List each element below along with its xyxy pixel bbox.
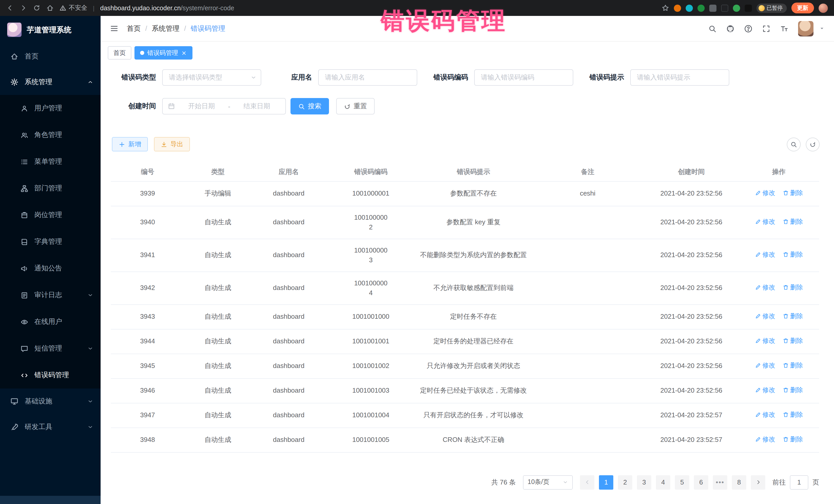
delete-link[interactable]: 删除 [783,410,803,420]
security-indicator[interactable]: 不安全 [60,4,87,12]
browser-back-icon[interactable] [6,4,14,12]
url-bar[interactable]: dashboard.yudao.iocoder.cn/system/error-… [100,4,234,12]
delete-link[interactable]: 删除 [783,188,803,198]
extension-pin-icon[interactable] [744,4,752,12]
paused-badge[interactable]: 已暂停 [756,3,787,13]
sidebar-item-dict[interactable]: 字典管理 [0,228,101,255]
sidebar-item-errcode[interactable]: 错误码管理 [0,362,101,389]
goto-page-input[interactable]: 1 [790,475,808,489]
sidebar-item-notice[interactable]: 通知公告 [0,255,101,282]
breadcrumb-home[interactable]: 首页 [127,24,140,33]
page-button-3[interactable]: 3 [637,475,651,489]
edit-link[interactable]: 修改 [755,311,775,321]
error-code-input[interactable]: 请输入错误码编码 [474,69,573,86]
delete-link[interactable]: 删除 [783,385,803,395]
sidebar-item-audit[interactable]: 审计日志 [0,282,101,308]
refresh-table-button[interactable] [806,137,820,151]
font-size-icon[interactable] [780,24,788,32]
export-button[interactable]: 导出 [154,137,190,151]
browser-home-icon[interactable] [46,4,54,12]
sidebar-item-devtool[interactable]: 研发工具 [0,414,101,440]
sidebar-item-post[interactable]: 岗位管理 [0,202,101,228]
chevron-down-icon [87,292,93,298]
search-icon[interactable] [708,24,717,32]
toggle-search-button[interactable] [787,137,800,151]
delete-link[interactable]: 删除 [783,435,803,444]
next-page-button[interactable] [751,475,765,489]
emoji-face-icon [758,5,765,11]
extension-icon-leaf[interactable] [733,4,740,12]
browser-forward-icon[interactable] [20,4,27,12]
help-icon[interactable] [744,24,752,32]
delete-link[interactable]: 删除 [783,360,803,370]
add-button[interactable]: 新增 [112,137,148,151]
sidebar-item-home[interactable]: 首页 [0,44,101,69]
sidebar-item-dept[interactable]: 部门管理 [0,175,101,202]
page-button-1[interactable]: 1 [599,475,613,489]
cell-id: 3945 [111,354,184,378]
cell-app: dashboard [251,304,326,329]
extension-icon-grid[interactable] [709,4,716,12]
edit-link[interactable]: 修改 [755,217,775,226]
cell-id: 3946 [111,378,184,403]
page-size-select[interactable]: 10条/页 [523,475,573,489]
browser-reload-icon[interactable] [33,4,41,12]
extension-icon-teal[interactable] [685,4,693,12]
breadcrumb-system[interactable]: 系统管理 [152,24,180,33]
user-avatar[interactable] [798,21,813,36]
cell-app: dashboard [251,428,326,452]
edit-link[interactable]: 修改 [755,188,775,198]
page-button-6[interactable]: 6 [694,475,708,489]
browser-update-button[interactable]: 更新 [791,3,814,13]
sidebar-item-infra[interactable]: 基础设施 [0,389,101,414]
delete-link[interactable]: 删除 [783,311,803,321]
audit-icon [21,291,28,299]
reset-button[interactable]: 重置 [336,98,375,114]
edit-link[interactable]: 修改 [755,283,775,292]
error-type-select[interactable]: 请选择错误码类型 [162,69,261,86]
edit-link[interactable]: 修改 [755,385,775,395]
cell-time: 2021-04-20 23:52:56 [644,304,739,329]
date-range-input[interactable]: 开始日期 - 结束日期 [162,98,286,114]
delete-link[interactable]: 删除 [783,283,803,292]
extension-icon-orange[interactable] [674,4,681,12]
edit-link[interactable]: 修改 [755,250,775,259]
edit-link[interactable]: 修改 [755,360,775,370]
sidebar-item-menu[interactable]: 菜单管理 [0,148,101,175]
page-button-2[interactable]: 2 [618,475,632,489]
edit-link[interactable]: 修改 [755,336,775,346]
edit-link[interactable]: 修改 [755,435,775,444]
sidebar-collapse-bar[interactable] [0,496,101,504]
tab-home[interactable]: 首页 [108,46,131,60]
sidebar-item-system[interactable]: 系统管理 [0,69,101,95]
extension-icon-on[interactable] [721,4,728,12]
github-icon[interactable] [726,24,734,32]
sidebar-item-user[interactable]: 用户管理 [0,95,101,122]
more-pages-button[interactable]: ••• [713,475,727,489]
chevron-down-icon[interactable] [819,26,825,31]
search-button[interactable]: 搜索 [290,98,329,114]
sidebar-toggle-icon[interactable] [110,24,118,33]
prev-page-button[interactable] [580,475,594,489]
delete-link[interactable]: 删除 [783,336,803,346]
tab-error-code[interactable]: 错误码管理 [134,46,193,60]
tab-close-icon[interactable] [181,50,187,56]
fullscreen-icon[interactable] [762,24,770,32]
page-button-5[interactable]: 5 [675,475,689,489]
sidebar-item-sms[interactable]: 短信管理 [0,335,101,362]
edit-link[interactable]: 修改 [755,410,775,420]
bookmark-star-icon[interactable] [661,4,669,12]
cell-app: dashboard [251,239,326,271]
delete-link[interactable]: 删除 [783,250,803,259]
page-button-4[interactable]: 4 [656,475,670,489]
error-hint-input[interactable]: 请输入错误码提示 [630,69,729,86]
sidebar-item-online[interactable]: 在线用户 [0,308,101,335]
page-button-8[interactable]: 8 [732,475,746,489]
app-logo[interactable]: 芋道管理系统 [0,16,101,44]
extension-icon-green[interactable] [697,4,704,12]
app-name-input[interactable]: 请输入应用名 [318,69,417,86]
sidebar-item-role[interactable]: 角色管理 [0,122,101,148]
browser-profile-avatar[interactable] [819,3,828,13]
calendar-icon [168,103,175,110]
delete-link[interactable]: 删除 [783,217,803,226]
